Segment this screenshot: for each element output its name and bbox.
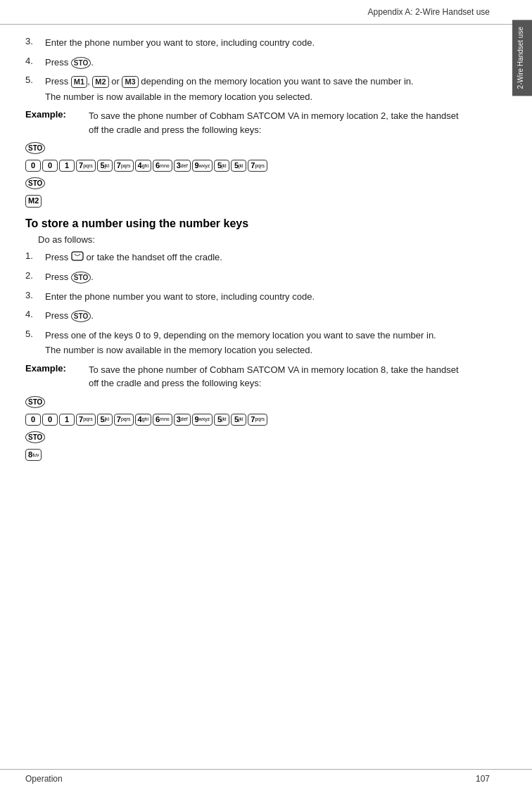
step-5-sub: The number is now available in the memor… [45, 90, 470, 104]
k2-9wxyz-a: 9wxyz [192, 414, 213, 426]
k2-7pqrs-c: 7pqrs [248, 414, 267, 426]
k2-6mno-a: 6mno [153, 414, 172, 426]
key-row-8tuv: 8tuv [25, 449, 470, 461]
step-5: 5. Press M1, M2 or M3 depending on the m… [25, 75, 470, 103]
step-4: 4. Press STO. [25, 56, 470, 70]
footer-right: 107 [476, 774, 490, 784]
sto-key-2: STO [71, 272, 91, 284]
k2-5jkl-b: 5jkl [214, 414, 229, 426]
step-num-4: 4. [25, 56, 45, 66]
m1-key: M1 [71, 76, 87, 88]
step-num-3: 3. [25, 36, 45, 46]
call-icon [71, 251, 84, 265]
example-label-1: Example: [25, 109, 89, 136]
steps-list-1: 3. Enter the phone number you want to st… [25, 36, 470, 103]
header-title: Appendix A: 2-Wire Handset use [368, 7, 490, 17]
k-1a: 1 [59, 160, 75, 172]
key-row-nums-1: 0 0 1 7pqrs 5jkl 7pqrs 4ghi 6mno 3def 9w… [25, 160, 470, 172]
step-3: 3. Enter the phone number you want to st… [25, 36, 470, 50]
k-5jkl-b: 5jkl [214, 160, 229, 172]
step-num-5: 5. [25, 75, 45, 85]
section2-intro: Do as follows: [38, 234, 470, 245]
sidebar-label: 2-Wire Handset use [517, 27, 524, 89]
sto-seq-end-2: STO [25, 431, 45, 443]
step-text-5: Press M1, M2 or M3 depending on the memo… [45, 75, 470, 103]
steps-list-2: 1. Press or take the handset off the cra… [25, 250, 470, 357]
k-5jkl-a: 5jkl [97, 160, 113, 172]
m3-key: M3 [122, 76, 138, 88]
sto-seq-2: STO [25, 396, 45, 408]
key-sequence-block-2: STO 0 0 1 7pqrs 5jkl 7pqrs 4ghi 6mno 3de… [25, 396, 470, 462]
k2-3def-a: 3def [174, 414, 191, 426]
key-row-sto-end-2: STO [25, 431, 470, 443]
k2-8tuv: 8tuv [25, 449, 42, 461]
key-row-nums-2: 0 0 1 7pqrs 5jkl 7pqrs 4ghi 6mno 3def 9w… [25, 414, 470, 426]
example-label-2: Example: [25, 363, 89, 390]
k2-5jkl-a: 5jkl [97, 414, 113, 426]
k2-5jkl-c: 5jkl [231, 414, 246, 426]
k2-7pqrs-b: 7pqrs [114, 414, 134, 426]
s2-step-text-4: Press STO. [45, 309, 470, 323]
k-4ghi-a: 4ghi [135, 160, 151, 172]
sto-seq-end-1: STO [25, 177, 45, 189]
page-header: Appendix A: 2-Wire Handset use [0, 0, 532, 25]
s2-step-num-3: 3. [25, 290, 45, 300]
s2-step-num-5: 5. [25, 329, 45, 339]
example-block-2: Example: To save the phone number of Cob… [25, 363, 470, 390]
m2-key: M2 [92, 76, 108, 88]
section-heading-2: To store a number using the number keys [25, 217, 470, 230]
k-0a: 0 [25, 160, 41, 172]
k2-7pqrs-a: 7pqrs [76, 414, 96, 426]
example-text-1: To save the phone number of Cobham SATCO… [89, 109, 470, 136]
sto-key-1: STO [71, 57, 91, 69]
sto-key-3: STO [71, 310, 91, 322]
footer-left: Operation [25, 774, 63, 784]
call-icon-svg [71, 251, 84, 261]
s2-step-text-2: Press STO. [45, 270, 470, 284]
k-3def-a: 3def [174, 160, 191, 172]
key-row-sto-2: STO [25, 396, 470, 408]
key-sequence-block-1: STO 0 0 1 7pqrs 5jkl 7pqrs 4ghi 6mno 3de… [25, 142, 470, 208]
s2-step-num-1: 1. [25, 250, 45, 261]
s2-step-5: 5. Press one of the keys 0 to 9, dependi… [25, 329, 470, 357]
step-text-4: Press STO. [45, 56, 470, 70]
sto-seq-1: STO [25, 142, 45, 154]
k2-1a: 1 [59, 414, 75, 426]
s2-step-text-5: Press one of the keys 0 to 9, depending … [45, 329, 470, 357]
k-5jkl-c: 5jkl [231, 160, 246, 172]
k-0b: 0 [42, 160, 58, 172]
k-7pqrs-b: 7pqrs [114, 160, 134, 172]
page-footer: Operation 107 [0, 769, 532, 788]
k-7pqrs-c: 7pqrs [248, 160, 267, 172]
key-row-m2: M2 [25, 195, 470, 207]
k2-0a: 0 [25, 414, 41, 426]
k2-4ghi-a: 4ghi [135, 414, 151, 426]
s2-step-num-4: 4. [25, 309, 45, 319]
main-content: 3. Enter the phone number you want to st… [0, 25, 512, 476]
example-block-1: Example: To save the phone number of Cob… [25, 109, 470, 136]
s2-step-5-sub: The number is now available in the memor… [45, 343, 470, 357]
key-row-sto-1: STO [25, 142, 470, 154]
step-text-3: Enter the phone number you want to store… [45, 36, 470, 50]
example-text-2: To save the phone number of Cobham SATCO… [89, 363, 470, 390]
k-6mno-a: 6mno [153, 160, 172, 172]
k-9wxyz-a: 9wxyz [192, 160, 213, 172]
s2-step-4: 4. Press STO. [25, 309, 470, 323]
s2-step-2: 2. Press STO. [25, 270, 470, 284]
sidebar-tab: 2-Wire Handset use [512, 20, 532, 96]
key-row-sto-end-1: STO [25, 177, 470, 189]
s2-step-3: 3. Enter the phone number you want to st… [25, 290, 470, 304]
s2-step-text-1: Press or take the handset off the cradle… [45, 250, 470, 265]
s2-step-text-3: Enter the phone number you want to store… [45, 290, 470, 304]
k-7pqrs-a: 7pqrs [76, 160, 96, 172]
m2-seq: M2 [25, 195, 42, 207]
s2-step-num-2: 2. [25, 270, 45, 281]
k2-0b: 0 [42, 414, 58, 426]
s2-step-1: 1. Press or take the handset off the cra… [25, 250, 470, 265]
